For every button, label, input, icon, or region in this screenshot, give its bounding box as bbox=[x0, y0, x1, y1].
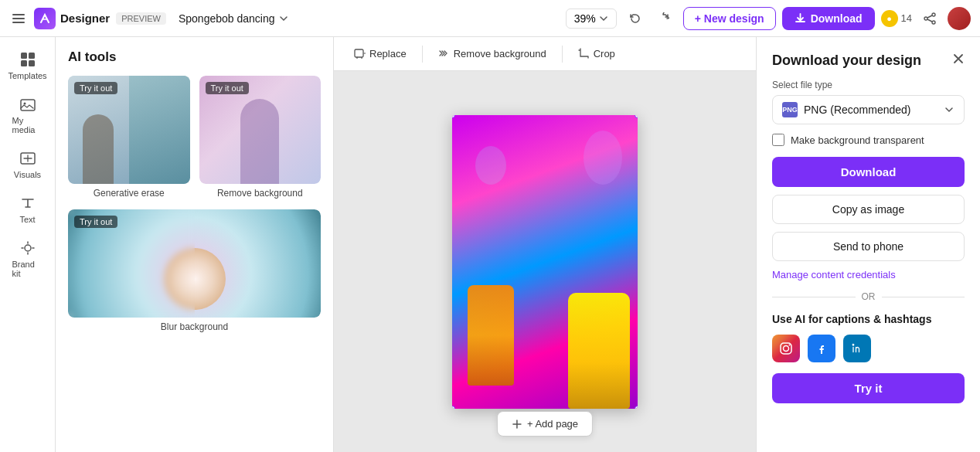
download-panel: Download your design Select file type PN… bbox=[756, 37, 980, 452]
list-item[interactable]: Try it out Generative erase bbox=[68, 76, 190, 200]
close-button[interactable] bbox=[948, 48, 969, 70]
svg-rect-5 bbox=[21, 60, 27, 66]
sidebar-item-label: Text bbox=[19, 215, 35, 224]
svg-rect-3 bbox=[21, 53, 27, 59]
sidebar-item-templates[interactable]: Templates bbox=[5, 45, 51, 87]
file-type-icon: PNG bbox=[782, 102, 798, 117]
avatar[interactable] bbox=[948, 7, 971, 30]
toolbar-divider bbox=[562, 46, 563, 63]
card-label: Remove background bbox=[199, 184, 322, 200]
linkedin-icon[interactable] bbox=[843, 335, 871, 362]
canvas-background bbox=[452, 115, 638, 409]
social-icons-group bbox=[772, 335, 965, 362]
sidebar: Templates My media Visuals Text Brand ki… bbox=[0, 37, 56, 452]
card-label: Blur background bbox=[68, 318, 321, 334]
zoom-control[interactable]: 39% bbox=[566, 8, 617, 29]
download-panel-title: Download your design bbox=[772, 53, 965, 69]
svg-point-10 bbox=[25, 245, 31, 251]
facebook-icon[interactable] bbox=[808, 335, 835, 362]
templates-icon bbox=[19, 51, 36, 68]
doc-name[interactable]: Spongebob dancing bbox=[172, 9, 295, 28]
replace-button[interactable]: Replace bbox=[345, 44, 416, 63]
preview-badge: PREVIEW bbox=[116, 12, 166, 25]
design-canvas bbox=[452, 115, 638, 409]
share-button[interactable] bbox=[918, 7, 941, 30]
mymedia-icon bbox=[19, 96, 36, 113]
add-page-button[interactable]: + Add page bbox=[497, 411, 593, 437]
instagram-icon[interactable] bbox=[772, 335, 800, 362]
file-type-select[interactable]: PNG PNG (Recommended) bbox=[772, 95, 965, 124]
svg-rect-6 bbox=[29, 60, 35, 66]
file-type-value: PNG (Recommended) bbox=[804, 104, 911, 116]
logo: Designer bbox=[34, 8, 110, 29]
coin-icon: ● bbox=[881, 10, 898, 27]
topbar-right: + New design Download ● 14 bbox=[683, 7, 971, 30]
try-badge: Try it out bbox=[74, 216, 117, 228]
chevron-down-icon bbox=[944, 104, 954, 115]
left-panel: AI tools Try it out Generative erase bbox=[56, 37, 334, 452]
file-type-label: Select file type bbox=[772, 80, 965, 90]
topbar-left: Designer PREVIEW Spongebob dancing bbox=[9, 8, 558, 29]
try-it-button[interactable]: Try it bbox=[772, 373, 965, 403]
canvas-handle-br[interactable] bbox=[635, 406, 638, 409]
coins-badge: ● 14 bbox=[881, 10, 912, 27]
sidebar-item-label: Templates bbox=[8, 71, 46, 80]
svg-rect-4 bbox=[29, 53, 35, 59]
svg-point-2 bbox=[932, 21, 935, 24]
list-item[interactable]: Try it out Remove background bbox=[199, 76, 322, 200]
ai-section-title: Use AI for captions & hashtags bbox=[772, 313, 965, 325]
svg-point-13 bbox=[784, 346, 789, 352]
sidebar-item-label: Brand kit bbox=[12, 260, 43, 278]
logo-text: Designer bbox=[60, 12, 110, 25]
copy-image-button[interactable]: Copy as image bbox=[772, 195, 965, 224]
logo-icon bbox=[34, 8, 56, 29]
menu-button[interactable] bbox=[9, 11, 28, 26]
sidebar-item-label: Visuals bbox=[14, 170, 41, 179]
brandkit-icon bbox=[19, 240, 36, 257]
bg-transparent-checkbox[interactable] bbox=[772, 134, 784, 146]
canvas-content[interactable] bbox=[334, 71, 756, 452]
sidebar-item-brandkit[interactable]: Brand kit bbox=[5, 233, 51, 284]
remove-bg-button[interactable]: Remove background bbox=[429, 44, 556, 63]
topbar-center: 39% bbox=[566, 6, 675, 31]
sidebar-item-mymedia[interactable]: My media bbox=[5, 90, 51, 141]
svg-point-0 bbox=[932, 13, 935, 16]
try-badge: Try it out bbox=[74, 82, 117, 94]
sidebar-item-label: My media bbox=[12, 116, 43, 134]
text-icon bbox=[19, 195, 36, 212]
manage-credentials-link[interactable]: Manage content credentials bbox=[772, 269, 965, 280]
undo-redo-group bbox=[623, 6, 675, 31]
card-label: Generative erase bbox=[68, 184, 190, 200]
canvas-handle-tr[interactable] bbox=[635, 115, 638, 118]
download-button[interactable]: Download bbox=[782, 7, 875, 30]
svg-rect-7 bbox=[21, 100, 35, 110]
crop-button[interactable]: Crop bbox=[569, 44, 624, 63]
svg-point-1 bbox=[924, 17, 927, 20]
list-item[interactable]: Try it out Blur background bbox=[68, 209, 321, 334]
new-design-button[interactable]: + New design bbox=[683, 7, 776, 30]
svg-point-8 bbox=[23, 103, 26, 105]
svg-rect-11 bbox=[355, 49, 363, 57]
download-main-button[interactable]: Download bbox=[772, 157, 965, 187]
try-badge: Try it out bbox=[206, 82, 249, 94]
bg-transparent-row: Make background transparent bbox=[772, 134, 965, 146]
redo-button[interactable] bbox=[651, 6, 675, 31]
toolbar-divider bbox=[422, 46, 423, 63]
panel-title: AI tools bbox=[68, 49, 321, 65]
undo-button[interactable] bbox=[623, 6, 648, 31]
visuals-icon bbox=[19, 150, 36, 167]
send-to-phone-button[interactable]: Send to phone bbox=[772, 232, 965, 261]
sidebar-item-visuals[interactable]: Visuals bbox=[5, 144, 51, 185]
canvas-area: Replace Remove background Crop bbox=[334, 37, 756, 452]
canvas-toolbar: Replace Remove background Crop bbox=[334, 37, 756, 71]
sidebar-item-text[interactable]: Text bbox=[5, 189, 51, 230]
ai-tools-grid: Try it out Generative erase Try it out R… bbox=[68, 76, 321, 334]
main-layout: Templates My media Visuals Text Brand ki… bbox=[0, 37, 980, 452]
or-divider: OR bbox=[772, 291, 965, 302]
svg-point-14 bbox=[789, 345, 791, 346]
bg-transparent-label[interactable]: Make background transparent bbox=[791, 134, 924, 146]
topbar: Designer PREVIEW Spongebob dancing 39% +… bbox=[0, 0, 980, 37]
